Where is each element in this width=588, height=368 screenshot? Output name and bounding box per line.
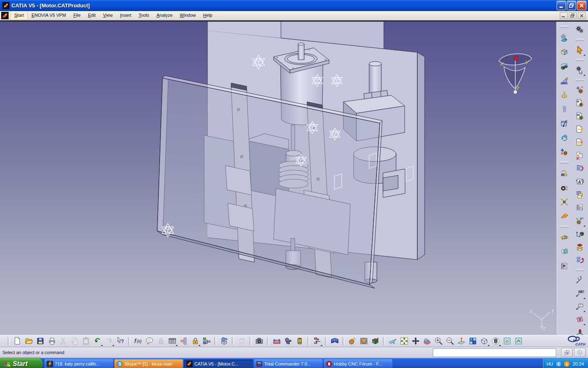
explode-button[interactable] bbox=[558, 195, 570, 209]
selection-sets-button[interactable] bbox=[574, 162, 586, 175]
3d-viewport[interactable]: X Y z x y z bbox=[0, 22, 557, 335]
new-document-button[interactable] bbox=[12, 336, 23, 346]
menu-item-start[interactable]: Start bbox=[10, 11, 28, 20]
minimize-button[interactable] bbox=[557, 1, 566, 10]
menu-item-insert[interactable]: Insert bbox=[116, 11, 135, 20]
attach-button[interactable] bbox=[558, 102, 570, 116]
new-product-button[interactable] bbox=[574, 110, 586, 122]
select-button[interactable] bbox=[574, 44, 586, 56]
design-table-button[interactable] bbox=[167, 336, 178, 346]
flyout-arrow-icon[interactable] bbox=[584, 310, 586, 312]
flyout-arrow-icon[interactable] bbox=[584, 74, 586, 76]
graphic-properties-button[interactable] bbox=[370, 336, 381, 346]
taskbar-task-opera[interactable]: Hobby CNC Fórum - F... bbox=[324, 359, 392, 368]
menu-item-analyze[interactable]: Analyze bbox=[153, 11, 176, 20]
export-document-button[interactable] bbox=[574, 123, 586, 135]
close-button[interactable] bbox=[577, 1, 586, 10]
formula-button[interactable]: f(x) bbox=[132, 336, 144, 346]
open-button[interactable] bbox=[23, 336, 35, 346]
taskbar-task-totalcmd[interactable]: Total Commander 7.0... bbox=[254, 359, 323, 368]
measure-setsquare-button[interactable] bbox=[558, 74, 570, 87]
refresh-button[interactable] bbox=[236, 336, 247, 346]
flyout-arrow-icon[interactable] bbox=[198, 344, 200, 346]
flyout-arrow-icon[interactable] bbox=[112, 344, 114, 346]
flyout-arrow-icon[interactable] bbox=[584, 224, 586, 227]
measure-y-button[interactable]: Y bbox=[574, 274, 586, 286]
paste-special-button[interactable] bbox=[574, 149, 586, 162]
menu-item-window[interactable]: Window bbox=[176, 11, 199, 20]
smart-update-button[interactable] bbox=[574, 84, 586, 96]
update-all-button[interactable] bbox=[574, 24, 586, 36]
save-button[interactable] bbox=[35, 336, 46, 346]
fly-through-button[interactable] bbox=[558, 31, 570, 44]
flyout-arrow-icon[interactable] bbox=[488, 344, 490, 346]
measure-item-button[interactable] bbox=[283, 336, 294, 346]
mdi-restore-button[interactable] bbox=[569, 12, 577, 19]
structure-tree-button[interactable] bbox=[558, 259, 570, 273]
render-view-button[interactable] bbox=[358, 336, 370, 346]
flyout-arrow-icon[interactable] bbox=[499, 344, 501, 346]
sketch-board-button[interactable] bbox=[558, 117, 570, 130]
snap-button[interactable] bbox=[558, 181, 570, 194]
list-report-button[interactable] bbox=[574, 254, 586, 266]
anchor-constraint-button[interactable] bbox=[558, 88, 570, 101]
skype-notify-icon[interactable]: 1 bbox=[564, 361, 570, 367]
smart-constraint-button[interactable] bbox=[558, 145, 570, 159]
mdi-close-button[interactable] bbox=[578, 12, 586, 19]
knowledge-lock-button[interactable] bbox=[155, 336, 167, 346]
paste-button[interactable] bbox=[80, 336, 92, 346]
isometric-view-button[interactable] bbox=[479, 336, 490, 346]
redo-button[interactable] bbox=[103, 336, 115, 346]
update-button[interactable] bbox=[218, 336, 230, 346]
hide-tray-icons-button[interactable] bbox=[555, 361, 562, 367]
swap-update-button[interactable] bbox=[558, 131, 570, 144]
measure-between-button[interactable] bbox=[271, 336, 283, 346]
zoom-out-button[interactable] bbox=[444, 336, 456, 346]
knowledge-browser-button[interactable] bbox=[144, 336, 155, 346]
power-input-button[interactable]: i bbox=[574, 348, 586, 357]
menu-item-tools[interactable]: Tools bbox=[135, 11, 153, 20]
taskbar-task-winamp[interactable]: 718. katy perry:califo... bbox=[45, 359, 113, 368]
restore-button[interactable] bbox=[567, 1, 576, 10]
print-button[interactable] bbox=[46, 336, 58, 346]
frame-title-block-button[interactable]: A15 bbox=[574, 175, 586, 188]
normal-view-button[interactable] bbox=[456, 336, 467, 346]
undo-button[interactable] bbox=[92, 336, 103, 346]
constraints-button[interactable] bbox=[312, 336, 323, 346]
flyout-arrow-icon[interactable] bbox=[584, 54, 586, 56]
flyout-arrow-icon[interactable] bbox=[584, 297, 586, 299]
capture-button[interactable] bbox=[254, 336, 265, 346]
menu-item-help[interactable]: Help bbox=[200, 11, 216, 20]
tree-list-button[interactable] bbox=[574, 202, 586, 214]
apply-material-button[interactable] bbox=[347, 336, 358, 346]
view-compass[interactable]: X Y z bbox=[499, 54, 532, 94]
flyout-arrow-icon[interactable] bbox=[584, 323, 586, 325]
rotate-button[interactable] bbox=[421, 336, 433, 346]
keyboard-language-indicator[interactable]: HU bbox=[547, 361, 553, 366]
fit-all-in-button[interactable] bbox=[399, 336, 410, 346]
axis-system-button[interactable] bbox=[574, 228, 586, 240]
menu-item-edit[interactable]: Edit bbox=[84, 11, 99, 20]
clock[interactable]: 20:24 bbox=[572, 361, 584, 366]
instantiate-pattern-button[interactable]: xn bbox=[574, 215, 586, 227]
sectioning-button[interactable] bbox=[574, 313, 586, 325]
taskbar-task-skype[interactable]: SSkype™ [1] - kicsa-man bbox=[114, 359, 183, 368]
window-cascade-button[interactable] bbox=[574, 188, 586, 201]
pan-button[interactable] bbox=[410, 336, 421, 346]
relations-button[interactable] bbox=[178, 336, 189, 346]
cut-button[interactable] bbox=[58, 336, 69, 346]
product-node-button[interactable] bbox=[558, 45, 570, 58]
taskbar-task-catia[interactable]: CATIA V5 - [Motor.C... bbox=[184, 359, 253, 368]
select-gear-button[interactable] bbox=[574, 64, 586, 76]
stacked-views-button[interactable] bbox=[574, 241, 586, 253]
fly-bird-button[interactable] bbox=[558, 209, 570, 223]
compass-manipulation-handle[interactable] bbox=[514, 56, 518, 61]
expand-history-button[interactable] bbox=[561, 348, 572, 357]
flag-note-button[interactable] bbox=[574, 300, 586, 312]
fly-mode-button[interactable] bbox=[387, 336, 399, 346]
start-button[interactable]: Start bbox=[0, 358, 43, 368]
text-annotation-button[interactable]: ABC bbox=[574, 287, 586, 299]
mdi-minimize-button[interactable] bbox=[560, 12, 568, 19]
multi-view-button[interactable] bbox=[467, 336, 479, 346]
mass-properties-button[interactable] bbox=[294, 336, 305, 346]
